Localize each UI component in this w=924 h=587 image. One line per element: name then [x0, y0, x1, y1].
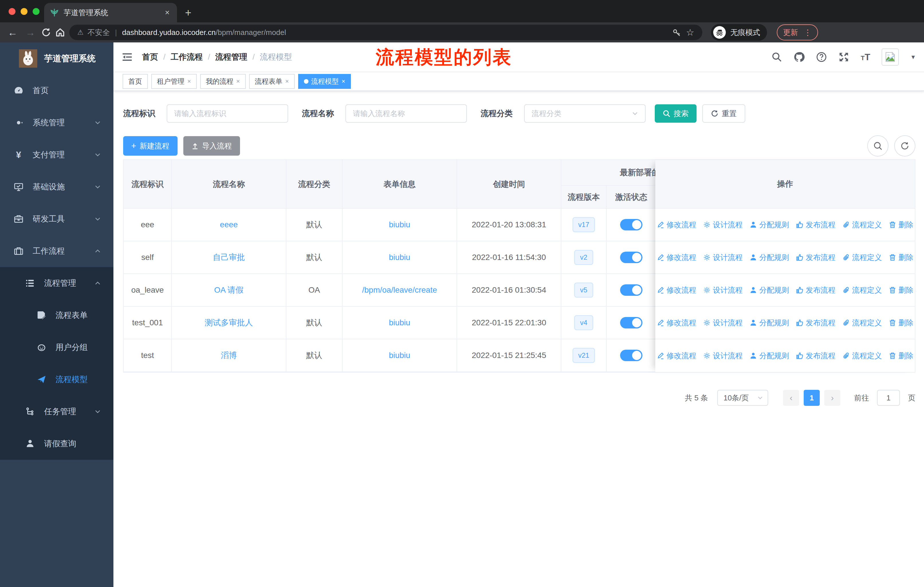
action-definition[interactable]: 流程定义: [842, 351, 882, 361]
action-definition[interactable]: 流程定义: [842, 285, 882, 295]
action-assign-rules[interactable]: 分配规则: [749, 285, 789, 295]
help-icon[interactable]: [816, 51, 827, 63]
breadcrumb-process-mgmt[interactable]: 流程管理: [215, 51, 248, 63]
window-controls[interactable]: [8, 8, 40, 15]
search-button[interactable]: 搜索: [655, 104, 696, 123]
action-delete[interactable]: 删除: [889, 318, 913, 328]
action-publish[interactable]: 发布流程: [796, 351, 835, 361]
tag-tenant[interactable]: 租户管理×: [151, 74, 197, 89]
active-toggle[interactable]: [620, 350, 642, 361]
browser-update-button[interactable]: 更新 ⋮: [777, 24, 818, 40]
forward-icon[interactable]: →: [23, 27, 37, 38]
page-size-select[interactable]: 10条/页: [717, 390, 768, 406]
prev-page-button[interactable]: ‹: [783, 390, 799, 406]
form-link[interactable]: biubiu: [389, 253, 411, 262]
action-definition[interactable]: 流程定义: [842, 318, 882, 328]
version-badge[interactable]: v17: [573, 217, 595, 232]
action-delete[interactable]: 删除: [889, 220, 913, 230]
action-assign-rules[interactable]: 分配规则: [749, 351, 789, 361]
action-edit[interactable]: 修改流程: [657, 220, 696, 230]
caret-down-icon[interactable]: ▼: [910, 54, 916, 61]
create-process-button[interactable]: + 新建流程: [123, 136, 178, 155]
hamburger-collapse-icon[interactable]: [121, 51, 133, 63]
font-size-icon[interactable]: TT: [861, 52, 870, 63]
breadcrumb-workflow[interactable]: 工作流程: [171, 51, 203, 63]
action-design[interactable]: 设计流程: [703, 220, 743, 230]
key-icon[interactable]: [672, 27, 682, 38]
search-icon[interactable]: [771, 51, 782, 63]
address-bar[interactable]: ⚠ 不安全 | dashboard.yudao.iocoder.cn/bpm/m…: [69, 25, 702, 40]
tag-process-form[interactable]: 流程表单×: [249, 74, 295, 89]
current-page-button[interactable]: 1: [804, 390, 820, 406]
action-definition[interactable]: 流程定义: [842, 220, 882, 230]
process-name-link[interactable]: OA 请假: [214, 284, 244, 296]
close-window-button[interactable]: [8, 8, 15, 15]
action-edit[interactable]: 修改流程: [657, 351, 696, 361]
tag-my-process[interactable]: 我的流程×: [200, 74, 246, 89]
reset-button[interactable]: 重置: [702, 104, 745, 123]
github-icon[interactable]: [794, 51, 805, 63]
process-name-link[interactable]: 测试多审批人: [205, 317, 253, 328]
version-badge[interactable]: v21: [573, 348, 595, 363]
tag-process-model-active[interactable]: 流程模型×: [298, 74, 351, 89]
sidebar-item-process-form[interactable]: 流程表单: [0, 299, 114, 331]
back-icon[interactable]: ←: [6, 27, 20, 38]
form-link[interactable]: biubiu: [389, 351, 411, 360]
action-assign-rules[interactable]: 分配规则: [749, 318, 789, 328]
action-assign-rules[interactable]: 分配规则: [749, 220, 789, 230]
sidebar-item-system[interactable]: 系统管理: [0, 107, 114, 139]
form-link[interactable]: biubiu: [389, 220, 411, 229]
action-publish[interactable]: 发布流程: [796, 318, 835, 328]
new-tab-button[interactable]: +: [185, 7, 191, 19]
form-link[interactable]: biubiu: [389, 318, 411, 327]
active-toggle[interactable]: [620, 251, 642, 263]
action-definition[interactable]: 流程定义: [842, 253, 882, 263]
minimize-window-button[interactable]: [21, 8, 28, 15]
zoom-window-button[interactable]: [33, 8, 40, 15]
action-publish[interactable]: 发布流程: [796, 285, 835, 295]
action-design[interactable]: 设计流程: [703, 253, 743, 263]
refresh-table-button[interactable]: [894, 135, 916, 157]
version-badge[interactable]: v5: [574, 283, 593, 298]
process-name-link[interactable]: 滔博: [221, 350, 237, 361]
tag-close-icon[interactable]: ×: [342, 78, 345, 85]
sidebar-item-home[interactable]: 首页: [0, 74, 114, 107]
tab-close-icon[interactable]: ×: [163, 8, 171, 17]
category-select[interactable]: 流程分类: [524, 104, 645, 123]
tag-close-icon[interactable]: ×: [187, 78, 191, 85]
version-badge[interactable]: v4: [574, 315, 593, 330]
sidebar-item-payment[interactable]: ¥ 支付管理: [0, 139, 114, 171]
sidebar-item-process-mgmt[interactable]: 流程管理: [0, 267, 114, 299]
next-page-button[interactable]: ›: [824, 390, 840, 406]
action-edit[interactable]: 修改流程: [657, 318, 696, 328]
active-toggle[interactable]: [620, 317, 642, 329]
fullscreen-icon[interactable]: [838, 51, 849, 63]
action-publish[interactable]: 发布流程: [796, 220, 835, 230]
bookmark-star-icon[interactable]: ☆: [686, 27, 694, 38]
browser-menu-icon[interactable]: ⋮: [804, 28, 812, 37]
action-design[interactable]: 设计流程: [703, 318, 743, 328]
home-icon[interactable]: [55, 27, 65, 38]
form-link[interactable]: /bpm/oa/leave/create: [362, 286, 437, 294]
breadcrumb-home[interactable]: 首页: [142, 51, 158, 63]
process-id-input[interactable]: [167, 104, 288, 123]
tag-close-icon[interactable]: ×: [285, 78, 289, 85]
goto-page-input[interactable]: 1: [877, 390, 900, 406]
sidebar-item-devtools[interactable]: 研发工具: [0, 203, 114, 235]
process-name-link[interactable]: eeee: [220, 220, 238, 229]
sidebar-item-task-mgmt[interactable]: 任务管理: [0, 395, 114, 428]
active-toggle[interactable]: [620, 284, 642, 296]
sidebar-item-process-model[interactable]: 流程模型: [0, 364, 114, 395]
process-name-link[interactable]: 自己审批: [213, 252, 245, 263]
action-delete[interactable]: 删除: [889, 351, 913, 361]
process-name-input[interactable]: [345, 104, 467, 123]
version-badge[interactable]: v2: [574, 250, 593, 265]
sidebar-item-infrastructure[interactable]: 基础设施: [0, 171, 114, 203]
sidebar-item-leave-query[interactable]: 请假查询: [0, 428, 114, 460]
action-publish[interactable]: 发布流程: [796, 253, 835, 263]
avatar[interactable]: [882, 48, 899, 66]
import-process-button[interactable]: 导入流程: [183, 136, 240, 155]
action-design[interactable]: 设计流程: [703, 285, 743, 295]
tag-home[interactable]: 首页: [122, 74, 148, 89]
action-assign-rules[interactable]: 分配规则: [749, 253, 789, 263]
